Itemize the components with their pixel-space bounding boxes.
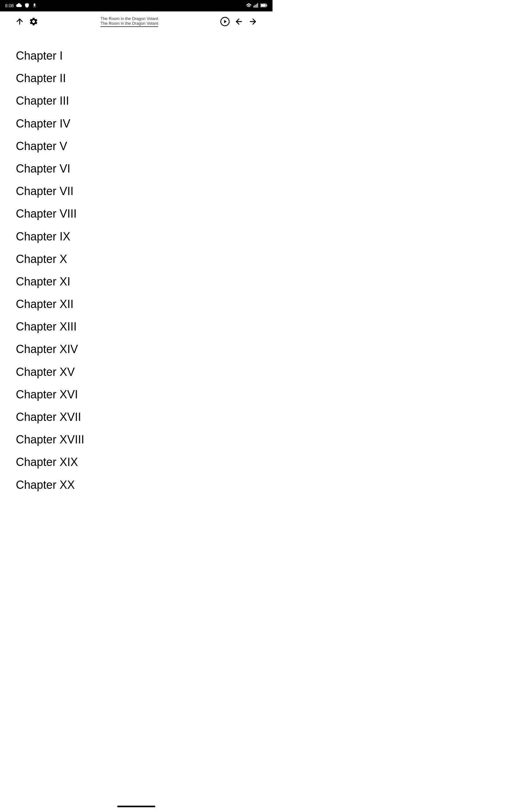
forward-button[interactable] [246, 14, 260, 29]
toolbar: The Room in the Dragon Volant The Room i… [0, 11, 273, 32]
status-time: 8:08 [5, 3, 14, 8]
wifi-icon [246, 3, 251, 9]
toolbar-title-top: The Room in the Dragon Volant [101, 16, 158, 21]
back-button[interactable] [232, 14, 246, 29]
cloud-icon [16, 3, 22, 9]
toolbar-title-area: The Room in the Dragon Volant The Room i… [41, 16, 218, 27]
chapter-item-18[interactable]: Chapter XVIII [16, 428, 257, 451]
svg-marker-9 [224, 20, 227, 23]
chapter-item-8[interactable]: Chapter VIII [16, 202, 257, 225]
download-icon [32, 3, 37, 9]
up-arrow-button[interactable] [13, 14, 26, 29]
chapter-item-14[interactable]: Chapter XIV [16, 338, 257, 360]
svg-rect-2 [256, 4, 257, 8]
vpn-icon [24, 3, 30, 9]
battery-icon [261, 3, 268, 9]
chapter-item-20[interactable]: Chapter XX [16, 473, 257, 496]
chapter-item-9[interactable]: Chapter IX [16, 225, 257, 248]
svg-rect-0 [253, 5, 254, 7]
chapter-item-2[interactable]: Chapter II [16, 67, 257, 90]
chapter-item-6[interactable]: Chapter VI [16, 157, 257, 180]
chapter-item-13[interactable]: Chapter XIII [16, 315, 257, 338]
toolbar-title-bottom: The Room in the Dragon Volant [101, 21, 158, 27]
svg-rect-3 [257, 3, 258, 8]
chapter-item-4[interactable]: Chapter IV [16, 112, 257, 135]
chapter-item-15[interactable]: Chapter XV [16, 361, 257, 383]
svg-rect-5 [267, 4, 268, 6]
status-bar: 8:08 [0, 0, 273, 11]
chapter-item-17[interactable]: Chapter XVII [16, 406, 257, 428]
status-bar-right [246, 3, 268, 9]
svg-rect-1 [255, 5, 256, 8]
settings-button[interactable] [26, 14, 41, 29]
signal-icon [253, 3, 259, 9]
chapter-item-16[interactable]: Chapter XVI [16, 383, 257, 406]
status-bar-left: 8:08 [5, 3, 37, 9]
chapter-item-12[interactable]: Chapter XII [16, 293, 257, 315]
chapter-item-3[interactable]: Chapter III [16, 90, 257, 112]
chapter-item-5[interactable]: Chapter V [16, 135, 257, 157]
play-button[interactable] [218, 14, 232, 29]
svg-rect-6 [261, 4, 266, 7]
chapter-item-7[interactable]: Chapter VII [16, 180, 257, 202]
chapter-item-19[interactable]: Chapter XIX [16, 451, 257, 473]
chapter-item-10[interactable]: Chapter X [16, 248, 257, 270]
chapter-list: Chapter IChapter IIChapter IIIChapter IV… [0, 32, 273, 515]
chapter-item-11[interactable]: Chapter XI [16, 270, 257, 293]
chapter-item-1[interactable]: Chapter I [16, 44, 257, 67]
